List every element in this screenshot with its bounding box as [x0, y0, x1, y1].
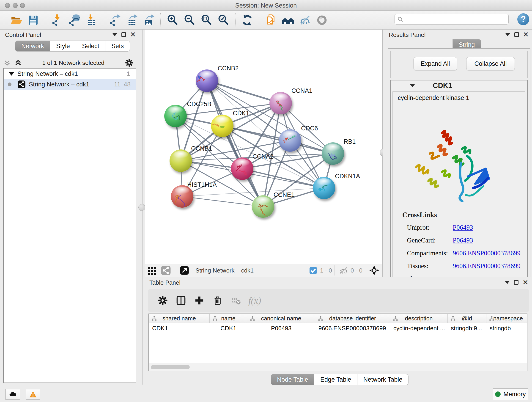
- export-table-icon[interactable]: [125, 13, 138, 27]
- selected-checkbox-icon[interactable]: [308, 265, 318, 275]
- help-button[interactable]: ?: [517, 13, 529, 25]
- protein-structure-image: [408, 119, 500, 209]
- table-row[interactable]: CDK1CDK1P064939606.ENSP00000378699cyclin…: [149, 323, 527, 333]
- table-cell[interactable]: CDK1: [210, 325, 247, 332]
- column-header-canonical-name[interactable]: canonical name: [247, 314, 315, 323]
- tab-sets[interactable]: Sets: [105, 41, 130, 51]
- table-cell[interactable]: CDK1: [149, 325, 210, 332]
- show-columns-icon[interactable]: [175, 294, 187, 307]
- left-splitter-handle[interactable]: [138, 204, 145, 211]
- birdseye-view-icon[interactable]: [369, 265, 379, 275]
- memory-button[interactable]: Memory: [493, 389, 528, 400]
- first-neighbors-icon[interactable]: [281, 13, 295, 27]
- panel-menu-icon[interactable]: [505, 281, 510, 284]
- table-tabs: Node Table Edge Table Network Table: [271, 374, 409, 385]
- table-cell[interactable]: P06493: [247, 325, 315, 332]
- cloud-status-button[interactable]: [6, 389, 20, 400]
- node-CDC6[interactable]: CDC6: [279, 125, 318, 152]
- import-network-icon[interactable]: [51, 13, 64, 27]
- crosslink-link[interactable]: P06493: [453, 224, 473, 231]
- save-session-icon[interactable]: [27, 13, 40, 27]
- node-table[interactable]: shared name name canonical name database…: [148, 313, 527, 371]
- table-horizontal-scrollbar[interactable]: [151, 365, 190, 369]
- float-panel-button[interactable]: [514, 32, 519, 37]
- open-session-icon[interactable]: [10, 13, 23, 27]
- network-canvas[interactable]: CCNB2CCNA1CDC25BCDK1CDC6RB1CCNB1CCNA2CDK…: [145, 30, 383, 264]
- crosslinks-section: CrossLinks Uniprot:P06493GeneCard:P06493…: [393, 211, 525, 285]
- panel-menu-icon[interactable]: [505, 33, 510, 36]
- zoom-out-icon[interactable]: [183, 13, 196, 27]
- node-CDKN1A[interactable]: CDKN1A: [313, 173, 360, 199]
- table-cell[interactable]: stringdb:9...: [448, 325, 486, 332]
- float-panel-button[interactable]: [121, 32, 126, 37]
- crosslink-link[interactable]: 9606.ENSP00000378699: [453, 262, 520, 270]
- crosslink-link[interactable]: 9606.ENSP00000378699: [453, 249, 520, 257]
- column-header-namespace[interactable]: namespace: [486, 314, 527, 323]
- export-image-icon[interactable]: [142, 13, 155, 27]
- add-column-icon[interactable]: [193, 294, 206, 307]
- column-label: description: [405, 315, 433, 322]
- show-all-icon[interactable]: [315, 13, 329, 27]
- refresh-icon[interactable]: [241, 13, 254, 27]
- collapse-entry-icon[interactable]: [410, 84, 415, 87]
- network-row[interactable]: String Network – cdk1 11 48: [4, 79, 136, 89]
- collapse-icon[interactable]: [9, 72, 14, 76]
- copy-document-icon[interactable]: [264, 13, 278, 27]
- tab-node-table[interactable]: Node Table: [271, 374, 314, 385]
- gene-entry-header[interactable]: CDK1: [391, 80, 527, 91]
- zoom-in-icon[interactable]: [166, 13, 179, 27]
- tab-network-table[interactable]: Network Table: [357, 374, 409, 385]
- column-header-@id[interactable]: @id: [448, 314, 486, 323]
- tab-edge-table[interactable]: Edge Table: [314, 374, 357, 385]
- expand-all-button[interactable]: Expand All: [413, 57, 457, 70]
- expand-all-icon[interactable]: [14, 59, 22, 67]
- collapse-all-icon[interactable]: [3, 59, 11, 67]
- hide-selected-icon[interactable]: [298, 13, 312, 27]
- node-CCNB1[interactable]: CCNB1: [170, 145, 212, 172]
- table-header-row: shared name name canonical name database…: [149, 314, 527, 323]
- table-cell[interactable]: 9606.ENSP00000378699: [315, 325, 390, 332]
- crosslink-link[interactable]: P06493: [453, 236, 473, 244]
- close-panel-button[interactable]: ✕: [523, 32, 529, 37]
- column-header-shared-name[interactable]: shared name: [149, 314, 210, 323]
- column-header-description[interactable]: description: [390, 314, 448, 323]
- column-header-database-identifier[interactable]: database identifier: [315, 314, 390, 323]
- collapse-all-button[interactable]: Collapse All: [466, 57, 515, 70]
- zoom-fit-icon[interactable]: [200, 13, 213, 27]
- node-CDC25B[interactable]: CDC25B: [164, 101, 211, 127]
- import-database-icon[interactable]: [67, 13, 81, 27]
- table-cell[interactable]: stringdb: [486, 325, 527, 332]
- panel-menu-icon[interactable]: [112, 33, 117, 36]
- tab-network[interactable]: Network: [15, 41, 50, 51]
- delete-column-trash-icon[interactable]: [211, 294, 224, 307]
- column-header-name[interactable]: name: [210, 314, 247, 323]
- search-box[interactable]: [394, 14, 509, 25]
- float-panel-button[interactable]: [514, 280, 519, 285]
- zoom-selected-icon[interactable]: [217, 13, 230, 27]
- edge-CCNA2-CDKN1A[interactable]: [242, 169, 324, 188]
- node-CCNA1[interactable]: CCNA1: [269, 87, 312, 114]
- hidden-eye-icon[interactable]: [339, 265, 349, 275]
- close-panel-button[interactable]: ✕: [130, 32, 136, 37]
- close-panel-button[interactable]: ✕: [523, 280, 528, 285]
- search-icon: [397, 16, 404, 22]
- export-network-icon[interactable]: [108, 13, 121, 27]
- search-input[interactable]: [404, 15, 508, 24]
- network-collection-row[interactable]: String Network – cdk1 1: [4, 69, 136, 79]
- node-RB1[interactable]: RB1: [322, 138, 356, 165]
- edge-HIST1H1A-CCNE1[interactable]: [182, 196, 263, 206]
- share-network-icon[interactable]: [161, 265, 171, 275]
- gear-icon[interactable]: [125, 58, 134, 67]
- table-cell[interactable]: cyclin-dependent ...: [390, 325, 448, 332]
- warning-button[interactable]: [26, 389, 40, 400]
- grid-view-icon[interactable]: [147, 265, 157, 275]
- open-in-window-icon[interactable]: [179, 265, 190, 275]
- tab-select[interactable]: Select: [76, 41, 105, 51]
- import-table-icon[interactable]: [84, 13, 98, 27]
- node-CDK1[interactable]: CDK1: [211, 110, 249, 137]
- edge-CCNB2-CCNA1[interactable]: [207, 81, 281, 103]
- tab-style[interactable]: Style: [50, 41, 76, 51]
- table-settings-gear-icon[interactable]: [156, 294, 169, 307]
- table-panel-title: Table Panel: [149, 279, 181, 286]
- node-HIST1H1A[interactable]: HIST1H1A: [171, 181, 217, 208]
